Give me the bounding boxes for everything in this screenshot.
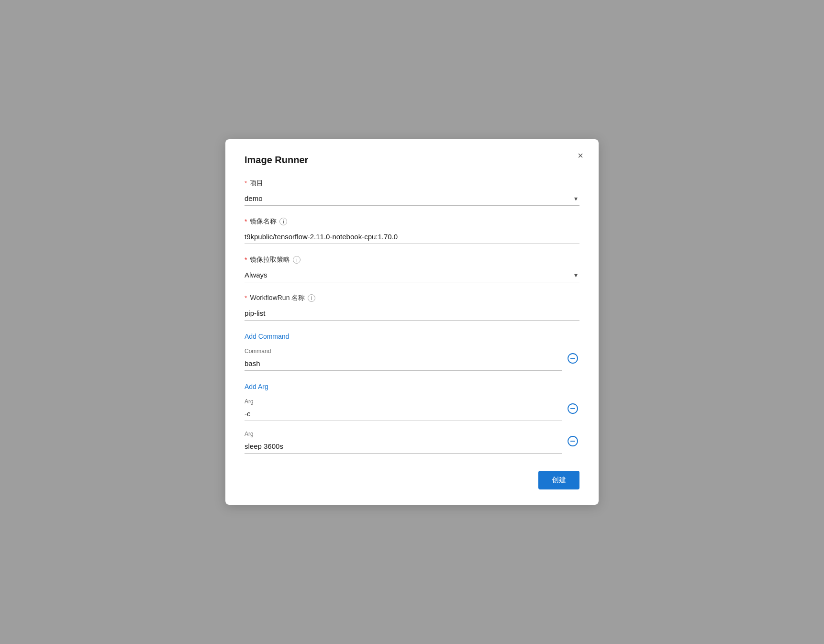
add-command-section: Add Command Command: [245, 332, 579, 371]
arg1-sublabel: Arg: [245, 398, 579, 405]
dialog-footer: 创建: [245, 471, 579, 489]
image-pull-policy-select-wrapper: Always IfNotPresent Never ▾: [245, 268, 579, 282]
image-name-input[interactable]: [245, 230, 579, 244]
workflow-run-required-star: *: [245, 294, 247, 302]
project-label: * 项目: [245, 179, 579, 188]
arg-row-1: Arg: [245, 398, 579, 421]
add-command-button[interactable]: Add Command: [245, 333, 289, 340]
command-row: Command: [245, 348, 579, 371]
image-name-info-icon: i: [279, 218, 287, 225]
arg2-input[interactable]: [245, 439, 562, 454]
add-arg-section: Add Arg Arg Arg: [245, 382, 579, 454]
remove-arg2-button[interactable]: [566, 435, 579, 449]
image-name-label: * 镜像名称 i: [245, 217, 579, 226]
image-runner-dialog: Image Runner × * 项目 demo project-a proje…: [225, 139, 599, 505]
arg1-input[interactable]: [245, 407, 562, 421]
image-pull-policy-select[interactable]: Always IfNotPresent Never: [245, 268, 579, 282]
image-pull-policy-required-star: *: [245, 256, 247, 264]
workflow-run-info-icon: i: [308, 294, 315, 302]
image-pull-policy-label: * 镜像拉取策略 i: [245, 255, 579, 264]
image-name-section: * 镜像名称 i: [245, 217, 579, 244]
project-select-wrapper: demo project-a project-b ▾: [245, 191, 579, 206]
workflow-run-section: * WorkflowRun 名称 i: [245, 294, 579, 321]
arg-row-2: Arg: [245, 431, 579, 454]
arg1-input-wrap: [245, 407, 579, 421]
workflow-run-label: * WorkflowRun 名称 i: [245, 294, 579, 302]
remove-arg1-button[interactable]: [566, 403, 579, 416]
minus-circle-icon: [567, 353, 579, 364]
command-sublabel: Command: [245, 348, 579, 355]
arg2-sublabel: Arg: [245, 431, 579, 437]
workflow-run-input[interactable]: [245, 306, 579, 321]
project-select[interactable]: demo project-a project-b: [245, 191, 579, 206]
image-pull-policy-info-icon: i: [293, 256, 301, 264]
add-arg-button[interactable]: Add Arg: [245, 383, 268, 390]
command-input-wrap: [245, 356, 579, 371]
project-required-star: *: [245, 179, 247, 187]
minus-circle-arg2-icon: [567, 435, 579, 447]
arg2-input-wrap: [245, 439, 579, 454]
image-name-required-star: *: [245, 218, 247, 225]
close-button[interactable]: ×: [574, 149, 587, 162]
project-section: * 项目 demo project-a project-b ▾: [245, 179, 579, 206]
create-button[interactable]: 创建: [538, 471, 579, 489]
dialog-title: Image Runner: [245, 155, 579, 166]
image-pull-policy-section: * 镜像拉取策略 i Always IfNotPresent Never ▾: [245, 255, 579, 282]
minus-circle-arg1-icon: [567, 403, 579, 414]
remove-command-button[interactable]: [566, 353, 579, 366]
command-input[interactable]: [245, 356, 562, 371]
